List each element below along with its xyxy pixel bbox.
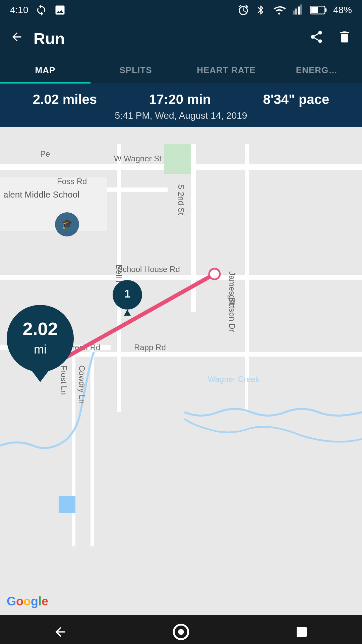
stat-distance: 2.02 miles: [33, 92, 97, 107]
stats-datetime: 5:41 PM, Wed, August 14, 2019: [7, 110, 355, 121]
svg-text:Foss Rd: Foss Rd: [57, 177, 87, 186]
svg-text:Frost Ln: Frost Ln: [59, 365, 68, 395]
status-right: 48%: [237, 4, 352, 16]
svg-rect-24: [0, 177, 107, 231]
svg-text:Pe: Pe: [40, 149, 50, 158]
battery-icon: [310, 4, 327, 16]
wifi-icon: [272, 4, 286, 16]
image-icon: [54, 4, 66, 16]
nav-recents-button[interactable]: [288, 619, 315, 644]
svg-point-0: [278, 13, 280, 15]
svg-text:S 2nd St: S 2nd St: [177, 184, 186, 215]
sync-icon: [35, 4, 47, 16]
svg-rect-17: [245, 278, 248, 412]
svg-rect-21: [90, 345, 94, 546]
svg-point-42: [209, 269, 220, 279]
svg-text:🎓: 🎓: [61, 218, 73, 229]
nav-back-button[interactable]: [47, 619, 74, 644]
stat-pace: 8'34" pace: [263, 92, 329, 107]
nav-home-button[interactable]: [168, 619, 194, 644]
alarm-icon: [237, 4, 249, 16]
nav-right: [309, 30, 352, 48]
svg-text:Cowdry Ln: Cowdry Ln: [77, 365, 86, 404]
battery-percent: 48%: [333, 5, 352, 15]
share-button[interactable]: [309, 30, 324, 48]
svg-point-49: [178, 629, 184, 635]
nav-left: Run: [10, 30, 65, 48]
tab-splits[interactable]: SPLITS: [90, 57, 181, 84]
back-button[interactable]: [10, 30, 23, 47]
top-nav: Run: [0, 20, 362, 57]
svg-rect-22: [164, 144, 191, 174]
stat-duration: 17:20 min: [149, 92, 211, 107]
stats-banner: 2.02 miles 17:20 min 8'34" pace 5:41 PM,…: [0, 84, 362, 127]
svg-text:2.02: 2.02: [22, 319, 58, 339]
page-title: Run: [34, 30, 65, 48]
tab-heart-rate[interactable]: HEART RATE: [181, 57, 272, 84]
svg-rect-4: [300, 5, 302, 15]
svg-text:Wagner Creek: Wagner Creek: [208, 375, 260, 384]
svg-rect-11: [0, 275, 362, 280]
svg-rect-7: [311, 7, 318, 13]
status-bar: 4:10: [0, 0, 362, 20]
svg-text:alent Middle School: alent Middle School: [3, 190, 79, 200]
map-container[interactable]: W Wagner St Foss Rd Bell Rd S 2nd St Sch…: [0, 127, 362, 615]
svg-rect-1: [293, 11, 295, 15]
google-watermark: Google: [7, 594, 48, 608]
svg-text:mi: mi: [34, 342, 47, 356]
svg-rect-50: [297, 627, 307, 637]
signal-icon: [292, 4, 304, 16]
delete-button[interactable]: [337, 30, 352, 48]
bottom-nav: [0, 615, 362, 644]
svg-text:School House Rd: School House Rd: [117, 265, 180, 274]
svg-text:1: 1: [124, 287, 131, 300]
map-background: W Wagner St Foss Rd Bell Rd S 2nd St Sch…: [0, 127, 362, 615]
svg-text:Rapp Rd: Rapp Rd: [134, 343, 166, 352]
svg-rect-20: [72, 345, 75, 546]
bluetooth-icon: [255, 4, 266, 16]
tab-energy[interactable]: ENERG…: [272, 57, 362, 84]
status-left: 4:10: [10, 4, 66, 16]
stats-row: 2.02 miles 17:20 min 8'34" pace: [7, 92, 355, 107]
svg-text:W Wagner St: W Wagner St: [114, 154, 162, 163]
svg-rect-6: [325, 8, 326, 12]
svg-text:grittson Dr: grittson Dr: [228, 295, 237, 332]
tab-map[interactable]: MAP: [0, 57, 90, 84]
svg-rect-2: [295, 9, 297, 15]
svg-rect-23: [59, 496, 75, 513]
time: 4:10: [10, 5, 28, 15]
svg-rect-3: [298, 7, 300, 15]
tabs-container: MAP SPLITS HEART RATE ENERG…: [0, 57, 362, 84]
